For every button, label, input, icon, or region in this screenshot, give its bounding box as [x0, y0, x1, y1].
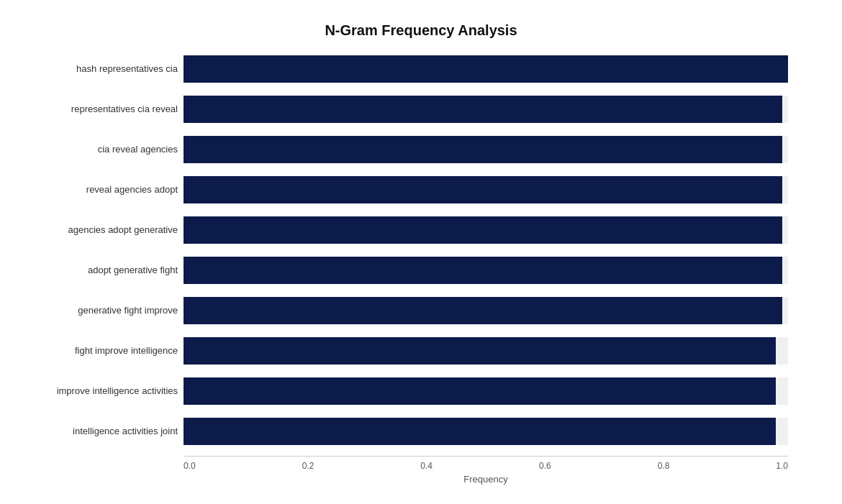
x-tick: 0.2: [302, 461, 314, 471]
bar-row: cia reveal agencies: [184, 131, 788, 168]
bar-track: [184, 176, 788, 203]
bar-track: [184, 377, 788, 405]
bar-label: improve intelligence activities: [16, 385, 178, 396]
bar-label: agencies adopt generative: [16, 224, 178, 235]
bar-fill: [184, 257, 782, 284]
bar-row: representatives cia reveal: [184, 91, 788, 128]
bar-row: reveal agencies adopt: [184, 171, 788, 209]
bar-label: hash representatives cia: [16, 63, 178, 74]
chart-area: hash representatives ciarepresentatives …: [184, 50, 788, 453]
x-axis-label: Frequency: [184, 474, 788, 485]
bar-track: [184, 216, 788, 244]
bar-fill: [184, 136, 782, 163]
bar-track: [184, 96, 788, 123]
bar-fill: [184, 96, 782, 123]
x-axis: 0.00.20.40.60.81.0 Frequency: [184, 456, 788, 485]
x-tick: 0.0: [184, 461, 196, 471]
x-tick: 1.0: [776, 461, 788, 471]
bar-fill: [184, 55, 788, 83]
bar-track: [184, 55, 788, 83]
bar-row: generative fight improve: [184, 292, 788, 329]
bar-row: fight improve intelligence: [184, 332, 788, 370]
bar-fill: [184, 216, 782, 244]
x-tick: 0.8: [658, 461, 670, 471]
bar-track: [184, 337, 788, 365]
bar-fill: [184, 337, 776, 365]
bar-fill: [184, 297, 782, 324]
bar-label: reveal agencies adopt: [16, 184, 178, 195]
bar-label: fight improve intelligence: [16, 345, 178, 356]
bar-label: adopt generative fight: [16, 265, 178, 275]
x-tick: 0.6: [539, 461, 551, 471]
chart-container: N-Gram Frequency Analysis hash represent…: [11, 8, 831, 497]
x-ticks: 0.00.20.40.60.81.0: [184, 461, 788, 471]
bar-label: cia reveal agencies: [16, 144, 178, 155]
bar-row: intelligence activities joint: [184, 413, 788, 450]
x-axis-line: [184, 456, 788, 457]
chart-title: N-Gram Frequency Analysis: [54, 22, 788, 39]
bar-row: adopt generative fight: [184, 252, 788, 289]
bar-label: intelligence activities joint: [16, 426, 178, 436]
bar-track: [184, 136, 788, 163]
x-tick: 0.4: [420, 461, 433, 471]
bar-track: [184, 297, 788, 324]
bar-label: representatives cia reveal: [16, 104, 178, 114]
bar-fill: [184, 418, 776, 445]
bar-track: [184, 418, 788, 445]
bar-fill: [184, 176, 782, 203]
bar-row: agencies adopt generative: [184, 211, 788, 249]
bar-row: improve intelligence activities: [184, 372, 788, 410]
bar-row: hash representatives cia: [184, 50, 788, 88]
bar-label: generative fight improve: [16, 305, 178, 316]
bar-track: [184, 257, 788, 284]
bar-fill: [184, 377, 776, 405]
